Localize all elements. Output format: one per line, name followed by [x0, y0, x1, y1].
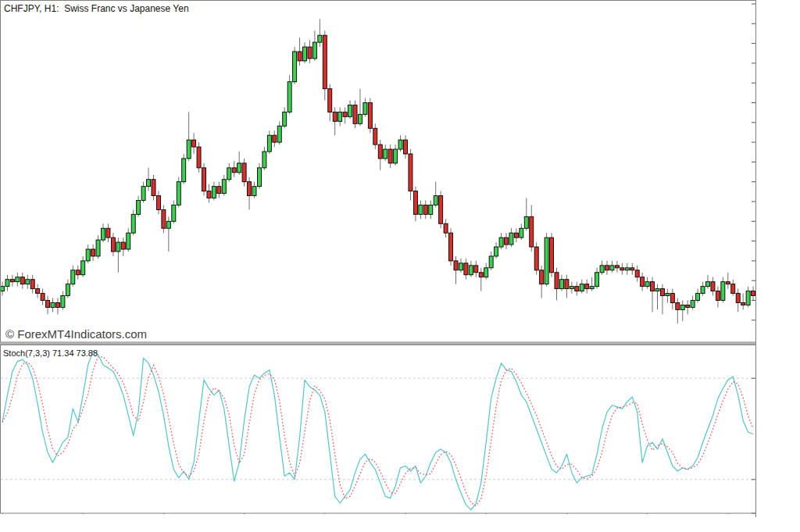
candle-up	[655, 289, 659, 291]
candle-down	[242, 163, 246, 182]
candle-down	[333, 112, 337, 121]
candle-up	[595, 273, 599, 287]
candle-up	[61, 296, 65, 308]
candle-up	[484, 268, 488, 277]
candle-up	[570, 287, 573, 289]
candle-up	[172, 205, 176, 221]
candle-up	[384, 149, 388, 159]
candle-down	[207, 191, 211, 198]
candle-down	[686, 305, 690, 307]
candle-down	[36, 289, 40, 294]
candle-down	[651, 282, 655, 291]
candle-up	[495, 247, 498, 256]
candle-up	[252, 187, 256, 196]
candle-up	[1, 287, 5, 291]
candle-up	[262, 152, 266, 168]
candle-up	[96, 240, 100, 256]
candle-up	[721, 282, 725, 301]
candle-down	[479, 273, 483, 277]
candle-up	[680, 305, 684, 309]
candle-up	[625, 268, 629, 270]
candle-up	[459, 263, 462, 270]
candle-up	[227, 168, 231, 180]
candle-down	[565, 280, 569, 289]
candle-up	[545, 237, 548, 284]
candle-down	[217, 187, 221, 194]
candle-down	[343, 112, 347, 116]
candle-down	[439, 196, 443, 224]
candle-down	[192, 140, 196, 147]
candle-up	[590, 287, 594, 289]
candle-up	[312, 42, 316, 59]
candle-up	[26, 280, 30, 284]
candle-down	[298, 52, 302, 61]
candle-up	[267, 135, 271, 152]
candle-down	[711, 282, 715, 291]
candle-down	[328, 89, 332, 112]
candle-up	[645, 282, 649, 287]
candle-up	[696, 294, 700, 301]
candle-down	[615, 266, 619, 268]
candle-down	[111, 237, 115, 252]
candle-up	[51, 302, 55, 307]
candle-up	[489, 256, 493, 268]
candle-up	[5, 280, 9, 287]
candle-down	[413, 191, 417, 215]
candle-up	[394, 149, 398, 163]
candle-down	[388, 149, 392, 163]
candle-down	[156, 196, 160, 210]
candle-down	[444, 223, 448, 233]
candle-down	[464, 263, 468, 275]
candle-down	[368, 103, 372, 129]
candle-down	[20, 277, 24, 284]
candle-down	[273, 135, 277, 142]
candle-up	[706, 282, 710, 287]
candle-down	[540, 270, 544, 284]
candle-up	[338, 112, 342, 121]
candle-up	[580, 284, 584, 291]
candle-down	[162, 209, 166, 228]
candle-down	[505, 237, 509, 245]
candle-down	[741, 302, 745, 305]
candle-up	[182, 159, 186, 182]
candle-down	[423, 205, 427, 214]
candle-up	[419, 205, 423, 214]
candle-up	[358, 114, 362, 123]
candle-down	[550, 237, 554, 273]
stoch-indicator-pane[interactable]	[0, 345, 755, 513]
candle-up	[102, 228, 105, 240]
candle-up	[398, 140, 402, 149]
candle-up	[559, 280, 563, 289]
symbol-period-label: CHFJPY, H1: Swiss Franc vs Japanese Yen	[4, 3, 189, 14]
pane-separator[interactable]	[0, 342, 756, 345]
candle-down	[635, 270, 639, 277]
candle-down	[91, 249, 95, 256]
candle-down	[41, 294, 45, 301]
time-axis-scale[interactable]	[0, 514, 800, 532]
candle-up	[746, 291, 750, 305]
candle-up	[116, 242, 120, 252]
candle-down	[373, 128, 377, 145]
candle-down	[676, 302, 680, 309]
candle-down	[530, 216, 534, 247]
candle-up	[610, 266, 614, 270]
candle-up	[520, 228, 523, 237]
candle-up	[348, 105, 352, 116]
candle-down	[449, 233, 453, 261]
candle-up	[429, 205, 433, 214]
candle-down	[660, 289, 664, 296]
stoch-indicator-label: Stoch(7,3,3) 71.34 73.88	[3, 348, 98, 358]
candle-down	[454, 261, 458, 270]
candle-up	[318, 35, 322, 42]
candle-down	[10, 280, 14, 282]
candle-down	[474, 266, 478, 273]
candle-up	[166, 221, 170, 228]
candle-down	[404, 140, 408, 154]
candle-up	[127, 233, 130, 249]
candle-down	[752, 291, 755, 296]
candle-down	[202, 168, 206, 191]
candle-up	[600, 266, 604, 273]
price-axis-scale[interactable]	[756, 0, 800, 513]
candle-up	[131, 214, 135, 233]
candle-down	[323, 35, 327, 88]
